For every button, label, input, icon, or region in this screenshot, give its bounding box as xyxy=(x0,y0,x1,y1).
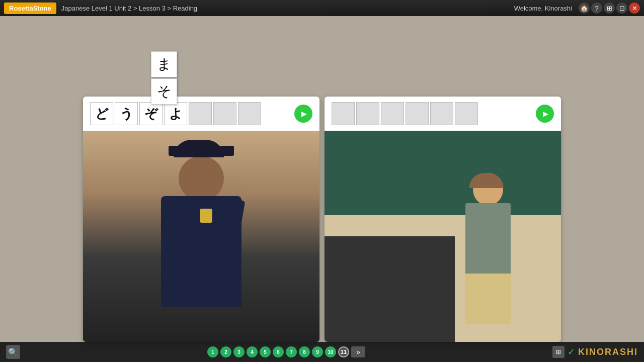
kana-empty-1 xyxy=(189,102,212,125)
layout-icon[interactable]: ⊞ xyxy=(552,346,565,358)
kana-u: う xyxy=(115,102,138,125)
rosetta-logo: RosettaStone xyxy=(4,3,56,14)
progress-dot-10[interactable]: 10 xyxy=(325,346,336,357)
kana-empty-r6 xyxy=(455,102,478,125)
cards-area: ど う ぞ よ xyxy=(83,97,561,342)
progress-dot-11[interactable]: 11 xyxy=(338,346,349,357)
screen-button[interactable]: ⊞ xyxy=(604,3,615,14)
card-right-speech xyxy=(325,97,561,131)
settings-button[interactable]: ⊡ xyxy=(616,3,627,14)
card-right xyxy=(325,97,561,342)
kana-empty-r4 xyxy=(406,102,429,125)
kana-yo: よ xyxy=(164,102,187,125)
kana-empty-r2 xyxy=(356,102,379,125)
kanji-tile-so: そ xyxy=(151,78,177,105)
user-area-bottom: ⊞ ✓ KINORASHI xyxy=(552,346,638,358)
card-left: ど う ぞ よ xyxy=(83,97,319,342)
progress-dot-2[interactable]: 2 xyxy=(220,346,231,357)
progress-dot-4[interactable]: 4 xyxy=(247,346,258,357)
check-icon: ✓ xyxy=(568,346,575,357)
progress-dot-6[interactable]: 6 xyxy=(273,346,284,357)
kana-empty-r5 xyxy=(430,102,453,125)
main-area: ま そ ど う ぞ よ xyxy=(0,16,644,342)
progress-dot-7[interactable]: 7 xyxy=(286,346,297,357)
topbar: RosettaStone Japanese Level 1 Unit 2 > L… xyxy=(0,0,644,16)
bottombar: 🔍 1 2 3 4 5 6 7 8 9 10 11 » ⊞ ✓ KINORASH… xyxy=(0,342,644,362)
next-arrow[interactable]: » xyxy=(351,346,365,357)
kana-boxes-left: ど う ぞ よ xyxy=(90,102,261,125)
search-button[interactable]: 🔍 xyxy=(6,345,20,359)
help-button[interactable]: ? xyxy=(591,3,602,14)
card-left-speech: ど う ぞ よ xyxy=(83,97,319,131)
progress-dot-5[interactable]: 5 xyxy=(260,346,271,357)
kana-do: ど xyxy=(90,102,113,125)
kanji-tile-ma: ま xyxy=(151,51,177,77)
kana-empty-r3 xyxy=(381,102,404,125)
breadcrumb: Japanese Level 1 Unit 2 > Lesson 3 > Rea… xyxy=(61,5,514,12)
progress-dot-3[interactable]: 3 xyxy=(233,346,245,357)
progress-dot-8[interactable]: 8 xyxy=(299,346,310,357)
welcome-text: Welcome, Kinorashi xyxy=(514,5,572,12)
progress-dot-1[interactable]: 1 xyxy=(207,346,218,357)
progress-dots: 1 2 3 4 5 6 7 8 9 10 11 » xyxy=(207,346,365,357)
floating-tiles: ま そ xyxy=(151,51,177,105)
kitchen-image[interactable] xyxy=(325,131,561,342)
police-image[interactable] xyxy=(83,131,319,342)
kana-empty-3 xyxy=(238,102,261,125)
bottom-username: KINORASHI xyxy=(578,347,638,357)
kana-boxes-right xyxy=(332,102,478,125)
home-button[interactable]: 🏠 xyxy=(579,3,590,14)
sound-button-right[interactable] xyxy=(536,105,554,123)
progress-dot-9[interactable]: 9 xyxy=(312,346,323,357)
kana-zo: ぞ xyxy=(139,102,163,125)
kana-empty-2 xyxy=(213,102,236,125)
close-button[interactable]: ✕ xyxy=(629,3,640,14)
kana-empty-r1 xyxy=(332,102,355,125)
sound-button-left[interactable] xyxy=(294,105,312,123)
